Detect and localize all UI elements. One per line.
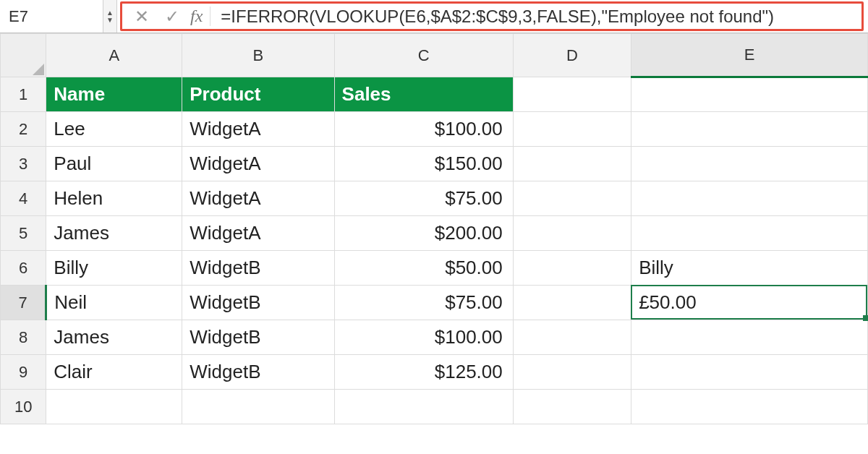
row-header[interactable]: 5 bbox=[1, 216, 46, 251]
cell-D9[interactable] bbox=[513, 355, 631, 390]
cell-A8[interactable]: James bbox=[46, 320, 182, 355]
cell-E3[interactable] bbox=[631, 147, 868, 181]
row-header[interactable]: 6 bbox=[1, 251, 46, 286]
cell-C2[interactable]: $100.00 bbox=[334, 112, 513, 147]
row-header[interactable]: 7 bbox=[1, 286, 46, 320]
cell-A4[interactable]: Helen bbox=[46, 181, 182, 216]
cell-E10[interactable] bbox=[631, 390, 868, 424]
cell-A6[interactable]: Billy bbox=[46, 251, 182, 286]
cell-D8[interactable] bbox=[513, 320, 631, 355]
row-header[interactable]: 8 bbox=[1, 320, 46, 355]
formula-input[interactable]: =IFERROR(VLOOKUP(E6,$A$2:$C$9,3,FALSE),"… bbox=[213, 7, 857, 27]
cell-D5[interactable] bbox=[513, 216, 631, 251]
cell-A5[interactable]: James bbox=[46, 216, 182, 251]
cell-E4[interactable] bbox=[631, 181, 868, 216]
cell-B6[interactable]: WidgetB bbox=[182, 251, 334, 286]
cell-D10[interactable] bbox=[513, 390, 631, 424]
col-header-C[interactable]: C bbox=[334, 34, 513, 77]
cell-E1[interactable] bbox=[631, 77, 868, 112]
stepper-down-icon: ▼ bbox=[106, 17, 114, 24]
cell-E5[interactable] bbox=[631, 216, 868, 251]
cell-A2[interactable]: Lee bbox=[46, 112, 182, 147]
cancel-button[interactable]: ✕ bbox=[127, 7, 157, 27]
name-box[interactable]: E7 bbox=[0, 0, 103, 33]
cell-B4[interactable]: WidgetA bbox=[182, 181, 334, 216]
col-header-D[interactable]: D bbox=[513, 34, 631, 77]
cell-C7[interactable]: $75.00 bbox=[334, 286, 513, 320]
name-box-stepper[interactable]: ▲ ▼ bbox=[103, 0, 117, 33]
confirm-button[interactable]: ✓ bbox=[157, 7, 187, 27]
cell-E8[interactable] bbox=[631, 320, 868, 355]
cell-D3[interactable] bbox=[513, 147, 631, 181]
cell-D6[interactable] bbox=[513, 251, 631, 286]
cell-E6[interactable]: Billy bbox=[631, 251, 868, 286]
cell-E9[interactable] bbox=[631, 355, 868, 390]
cell-B10[interactable] bbox=[182, 390, 334, 424]
cell-A1[interactable]: Name bbox=[46, 77, 182, 112]
cell-A3[interactable]: Paul bbox=[46, 147, 182, 181]
cell-E7[interactable]: £50.00 bbox=[631, 286, 868, 320]
fx-icon[interactable]: fx bbox=[190, 7, 210, 26]
row-header[interactable]: 10 bbox=[1, 390, 46, 424]
cell-B1[interactable]: Product bbox=[182, 77, 334, 112]
cell-C5[interactable]: $200.00 bbox=[334, 216, 513, 251]
cell-A9[interactable]: Clair bbox=[46, 355, 182, 390]
select-all-corner[interactable] bbox=[1, 34, 46, 77]
formula-bar: E7 ▲ ▼ ✕ ✓ fx =IFERROR(VLOOKUP(E6,$A$2:$… bbox=[0, 0, 868, 33]
cell-B9[interactable]: WidgetB bbox=[182, 355, 334, 390]
cell-D1[interactable] bbox=[513, 77, 631, 112]
col-header-A[interactable]: A bbox=[46, 34, 182, 77]
cell-C10[interactable] bbox=[334, 390, 513, 424]
stepper-up-icon: ▲ bbox=[106, 9, 114, 17]
cell-D4[interactable] bbox=[513, 181, 631, 216]
cell-A10[interactable] bbox=[46, 390, 182, 424]
col-header-E[interactable]: E bbox=[631, 34, 868, 77]
row-header[interactable]: 3 bbox=[1, 147, 46, 181]
cell-C8[interactable]: $100.00 bbox=[334, 320, 513, 355]
col-header-B[interactable]: B bbox=[182, 34, 334, 77]
cell-B5[interactable]: WidgetA bbox=[182, 216, 334, 251]
row-header[interactable]: 9 bbox=[1, 355, 46, 390]
cell-C6[interactable]: $50.00 bbox=[334, 251, 513, 286]
cell-C9[interactable]: $125.00 bbox=[334, 355, 513, 390]
cell-C3[interactable]: $150.00 bbox=[334, 147, 513, 181]
cell-A7[interactable]: Neil bbox=[46, 286, 182, 320]
formula-bar-highlight: ✕ ✓ fx =IFERROR(VLOOKUP(E6,$A$2:$C$9,3,F… bbox=[120, 1, 864, 31]
cell-B8[interactable]: WidgetB bbox=[182, 320, 334, 355]
cell-E2[interactable] bbox=[631, 112, 868, 147]
cell-C1[interactable]: Sales bbox=[334, 77, 513, 112]
row-header[interactable]: 1 bbox=[1, 77, 46, 112]
cell-B2[interactable]: WidgetA bbox=[182, 112, 334, 147]
spreadsheet-grid: A B C D E 1 Name Product Sales 2 Lee Wid… bbox=[0, 33, 868, 424]
cell-B3[interactable]: WidgetA bbox=[182, 147, 334, 181]
cell-B7[interactable]: WidgetB bbox=[182, 286, 334, 320]
cell-D7[interactable] bbox=[513, 286, 631, 320]
cell-C4[interactable]: $75.00 bbox=[334, 181, 513, 216]
cell-D2[interactable] bbox=[513, 112, 631, 147]
row-header[interactable]: 2 bbox=[1, 112, 46, 147]
row-header[interactable]: 4 bbox=[1, 181, 46, 216]
